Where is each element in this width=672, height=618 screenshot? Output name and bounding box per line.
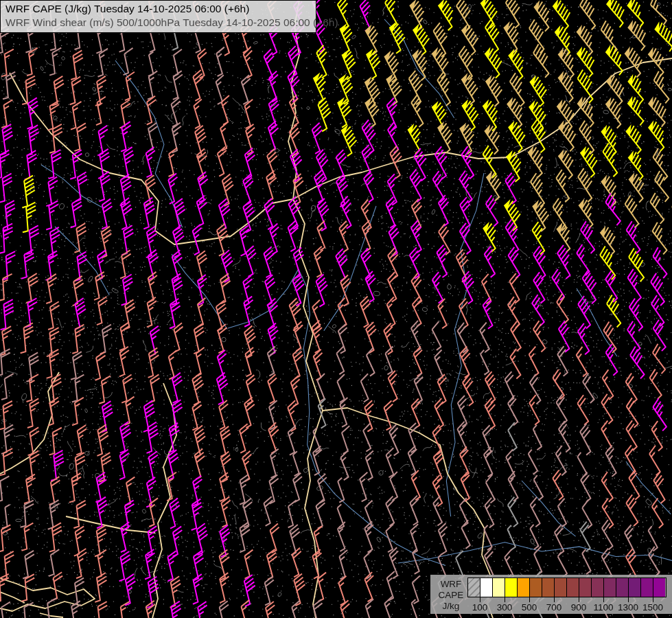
legend-color-cell: [542, 578, 555, 597]
cape-legend: WRF CAPE J/kg 10030050070090011001300150…: [430, 575, 672, 614]
legend-color-cell: [468, 578, 480, 597]
legend-color-cell: [653, 578, 665, 597]
legend-color-cell: [567, 578, 579, 597]
legend-tick-label: 900: [571, 602, 587, 613]
legend-labels: WRF CAPE J/kg: [436, 577, 466, 612]
legend-tick: [480, 597, 480, 602]
legend-color-cell: [641, 578, 653, 597]
legend-color-cell: [480, 578, 493, 597]
weather-map-stage: WRF CAPE (J/kg) Tuesday 14-10-2025 06:00…: [0, 0, 672, 618]
title-box: WRF CAPE (J/kg) Tuesday 14-10-2025 06:00…: [0, 0, 316, 33]
legend-colorbar: [467, 577, 667, 597]
legend-color-cell: [505, 578, 518, 597]
legend-tick-label: 1100: [593, 602, 613, 613]
legend-label-units: J/kg: [436, 601, 466, 612]
legend-tick: [603, 597, 604, 602]
legend-tick-label: 1300: [618, 602, 638, 613]
legend-tick-label: 100: [472, 602, 488, 613]
legend-colorbar-wrap: 100300500700900110013001500: [467, 577, 667, 597]
legend-color-cell: [629, 578, 641, 597]
legend-color-cell: [604, 578, 616, 597]
legend-color-cell: [592, 578, 604, 597]
legend-tick: [653, 597, 653, 602]
legend-tick-label: 500: [522, 602, 537, 613]
legend-color-cell: [518, 578, 530, 597]
title-wind-shear: WRF Wind shear (m/s) 500/1000hPa Tuesday…: [5, 16, 310, 30]
legend-color-cell: [579, 578, 592, 597]
legend-label-model: WRF: [436, 579, 466, 590]
legend-tick: [628, 597, 629, 602]
legend-color-cell: [555, 578, 567, 597]
legend-label-variable: CAPE: [436, 590, 466, 601]
map-canvas: [0, 0, 672, 618]
legend-tick-label: 700: [546, 602, 562, 613]
legend-tick-label: 300: [497, 602, 513, 613]
legend-tick: [529, 597, 530, 602]
legend-tick: [554, 597, 555, 602]
legend-tick-label: 1500: [642, 602, 663, 613]
legend-color-cell: [530, 578, 542, 597]
legend-tick: [579, 597, 579, 602]
legend-tick: [505, 597, 505, 602]
legend-color-cell: [493, 578, 505, 597]
title-cape: WRF CAPE (J/kg) Tuesday 14-10-2025 06:00…: [5, 2, 310, 16]
legend-color-cell: [616, 578, 629, 597]
